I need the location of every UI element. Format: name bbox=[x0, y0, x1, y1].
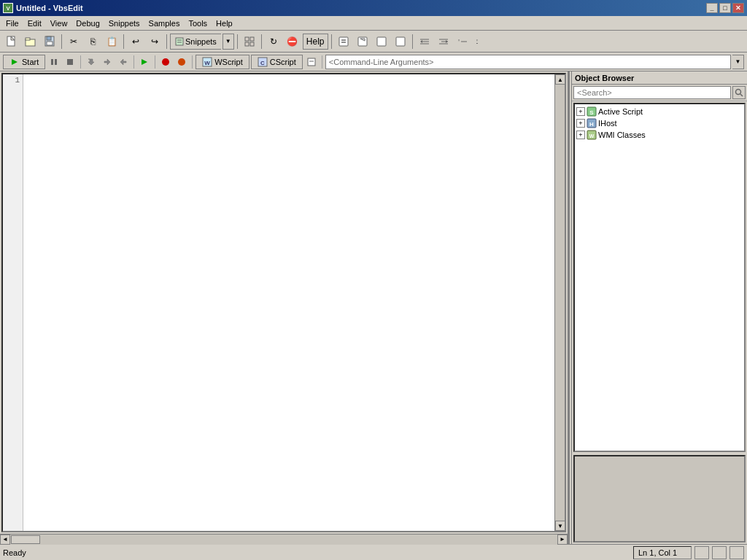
h-scroll-thumb[interactable] bbox=[11, 535, 40, 544]
refresh-button[interactable]: ↻ bbox=[265, 34, 282, 50]
menu-item-snippets[interactable]: Snippets bbox=[104, 18, 144, 29]
snippets-dropdown[interactable]: Snippets bbox=[170, 34, 221, 50]
h-scroll-track[interactable] bbox=[10, 534, 557, 545]
svg-rect-8 bbox=[47, 36, 51, 40]
minimize-button[interactable]: _ bbox=[706, 3, 718, 13]
open-button[interactable] bbox=[22, 34, 39, 50]
step-into-button[interactable] bbox=[84, 55, 98, 69]
outdent-btn[interactable] bbox=[435, 34, 452, 50]
object-browser: Object Browser + S Activ bbox=[572, 71, 747, 544]
run-separator-5 bbox=[322, 55, 322, 69]
copy-button[interactable]: ⎘ bbox=[84, 34, 101, 50]
scroll-left-arrow[interactable]: ◄ bbox=[0, 534, 10, 545]
menu-item-tools[interactable]: Tools bbox=[184, 18, 212, 29]
step-out-button[interactable] bbox=[116, 55, 131, 69]
comment-btn[interactable]: ' bbox=[454, 34, 471, 50]
ihost-label: IHost bbox=[598, 119, 617, 128]
svg-line-52 bbox=[740, 94, 743, 96]
step-over-button[interactable] bbox=[100, 55, 115, 69]
format-btn-1[interactable] bbox=[335, 34, 352, 50]
ob-search-button[interactable] bbox=[732, 86, 746, 99]
start-button[interactable]: Start bbox=[3, 55, 45, 69]
position-panel: Ln 1, Col 1 bbox=[633, 546, 692, 559]
svg-text:W: W bbox=[589, 133, 595, 139]
code-editor[interactable] bbox=[23, 74, 554, 531]
ob-header-label: Object Browser bbox=[575, 74, 634, 82]
menu-item-view[interactable]: View bbox=[46, 18, 72, 29]
ob-tree: + S Active Script + H IHo bbox=[573, 103, 746, 452]
stop-run-button[interactable] bbox=[63, 55, 77, 69]
ob-search-input[interactable] bbox=[573, 86, 731, 99]
run-to-cursor-button[interactable] bbox=[137, 55, 152, 69]
svg-text:W: W bbox=[204, 60, 210, 66]
svg-rect-22 bbox=[377, 37, 386, 46]
svg-rect-23 bbox=[396, 37, 405, 46]
wmi-classes-label: WMI Classes bbox=[598, 131, 646, 139]
uncomment-btn[interactable]: ' bbox=[473, 34, 490, 50]
format-btn-2[interactable] bbox=[354, 34, 371, 50]
save-button[interactable] bbox=[41, 34, 58, 50]
redo-button[interactable]: ↪ bbox=[146, 34, 163, 50]
pause-button[interactable] bbox=[47, 55, 61, 69]
menu-item-edit[interactable]: Edit bbox=[23, 18, 46, 29]
format-btn-3[interactable] bbox=[373, 34, 390, 50]
indent-btn[interactable] bbox=[416, 34, 433, 50]
toolbar-separator-4 bbox=[237, 34, 238, 49]
status-btn-2[interactable] bbox=[712, 546, 727, 559]
grid-button[interactable] bbox=[241, 34, 258, 50]
help-button[interactable]: Help bbox=[303, 34, 328, 50]
start-label: Start bbox=[22, 58, 39, 66]
stop-button[interactable]: ⛔ bbox=[284, 34, 301, 50]
cscript-button[interactable]: C CScript bbox=[251, 55, 303, 69]
svg-rect-15 bbox=[245, 42, 249, 46]
maximize-button[interactable]: □ bbox=[719, 3, 731, 13]
ob-bottom-panel bbox=[573, 455, 746, 542]
line-numbers: 1 bbox=[3, 74, 23, 531]
clear-output-button[interactable] bbox=[304, 55, 319, 69]
args-placeholder-text: <Command-Line Arguments> bbox=[329, 58, 434, 66]
menu-item-help[interactable]: Help bbox=[212, 18, 237, 29]
status-btn-1[interactable] bbox=[694, 546, 709, 559]
svg-rect-6 bbox=[26, 38, 30, 40]
vertical-scrollbar[interactable]: ▲ ▼ bbox=[554, 74, 565, 531]
menu-item-debug[interactable]: Debug bbox=[71, 18, 104, 29]
svg-rect-14 bbox=[250, 37, 254, 41]
paste-button[interactable]: 📋 bbox=[103, 34, 120, 50]
scroll-up-arrow[interactable]: ▲ bbox=[555, 74, 565, 85]
tree-item-active-script[interactable]: + S Active Script bbox=[576, 106, 743, 117]
scroll-down-arrow[interactable]: ▼ bbox=[555, 521, 565, 531]
svg-rect-37 bbox=[55, 59, 57, 65]
undo-button[interactable]: ↩ bbox=[127, 34, 144, 50]
svg-point-43 bbox=[162, 58, 169, 66]
expand-ihost[interactable]: + bbox=[576, 119, 585, 128]
format-btn-4[interactable] bbox=[392, 34, 409, 50]
svg-marker-40 bbox=[104, 59, 110, 65]
tree-item-ihost[interactable]: + H IHost bbox=[576, 117, 743, 129]
snippets-arrow-button[interactable]: ▼ bbox=[222, 34, 234, 50]
cscript-label: CScript bbox=[270, 58, 296, 66]
title-bar-left: V Untitled - VbsEdit bbox=[3, 3, 83, 13]
close-button[interactable]: ✕ bbox=[732, 3, 744, 13]
wscript-button[interactable]: W WScript bbox=[196, 55, 249, 69]
svg-text:V: V bbox=[6, 5, 10, 12]
ob-search-bar bbox=[572, 85, 747, 101]
expand-active-script[interactable]: + bbox=[576, 107, 585, 116]
breakpoint-button[interactable] bbox=[158, 55, 173, 69]
title-controls: _ □ ✕ bbox=[706, 3, 744, 13]
args-dropdown-button[interactable]: ▼ bbox=[732, 55, 744, 69]
menu-item-file[interactable]: File bbox=[1, 18, 23, 29]
toolbar-separator-2 bbox=[123, 34, 124, 49]
cut-button[interactable]: ✂ bbox=[65, 34, 82, 50]
new-button[interactable] bbox=[3, 34, 20, 50]
line-number-1: 1 bbox=[3, 76, 20, 85]
debug-button[interactable] bbox=[174, 55, 189, 69]
scroll-right-arrow[interactable]: ► bbox=[557, 534, 568, 545]
tree-item-wmi-classes[interactable]: + W WMI Classes bbox=[576, 129, 743, 141]
editor-container: 1 ▲ ▼ ◄ ► bbox=[0, 71, 569, 544]
expand-wmi-classes[interactable]: + bbox=[576, 131, 585, 139]
toolbar-separator-3 bbox=[166, 34, 167, 49]
status-btn-3[interactable] bbox=[729, 546, 744, 559]
run-separator-4 bbox=[192, 55, 193, 69]
scroll-track[interactable] bbox=[555, 85, 565, 521]
menu-item-samples[interactable]: Samples bbox=[144, 18, 185, 29]
